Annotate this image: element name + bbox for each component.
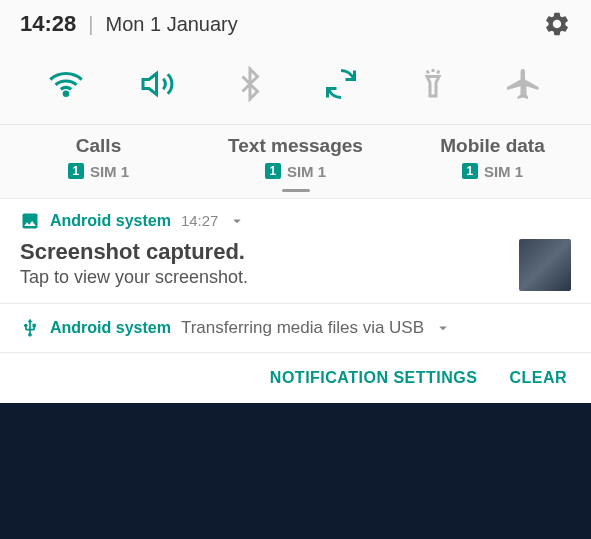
flashlight-toggle[interactable] [411,62,455,106]
svg-point-0 [64,92,68,96]
usb-icon [20,318,40,338]
airplane-toggle[interactable] [503,62,547,106]
sim-name: SIM 1 [287,163,326,180]
sim-data-title: Mobile data [404,135,581,157]
notification-app: Android system [50,319,171,337]
notification-title: Screenshot captured. [20,239,507,265]
chevron-down-icon[interactable] [434,319,452,337]
bluetooth-toggle[interactable] [228,62,272,106]
sim-data[interactable]: Mobile data 1SIM 1 [394,135,591,180]
chevron-down-icon[interactable] [228,212,246,230]
notification-usb[interactable]: Android system Transferring media files … [0,304,591,353]
screenshot-thumbnail[interactable] [519,239,571,291]
sim-calls-title: Calls [10,135,187,157]
date: Mon 1 January [105,13,237,36]
notification-screenshot[interactable]: Android system 14:27 Screenshot captured… [0,199,591,304]
sim-texts-title: Text messages [207,135,384,157]
sim-name: SIM 1 [90,163,129,180]
sound-toggle[interactable] [136,62,180,106]
sim-settings-row: Calls 1SIM 1 Text messages 1SIM 1 Mobile… [0,125,591,199]
sim-calls[interactable]: Calls 1SIM 1 [0,135,197,180]
quick-toggles [0,48,591,125]
notification-desc: Tap to view your screenshot. [20,267,507,288]
sim-texts[interactable]: Text messages 1SIM 1 [197,135,394,180]
notification-time: 14:27 [181,212,219,229]
status-bar: 14:28 | Mon 1 January [0,0,591,48]
sim-name: SIM 1 [484,163,523,180]
wifi-toggle[interactable] [44,62,88,106]
settings-icon[interactable] [543,10,571,38]
sim-badge: 1 [462,163,478,179]
sim-badge: 1 [68,163,84,179]
clear-button[interactable]: CLEAR [509,369,567,387]
notification-summary: Transferring media files via USB [181,318,424,338]
notification-app: Android system [50,212,171,230]
notification-actions: NOTIFICATION SETTINGS CLEAR [0,353,591,403]
notification-settings-button[interactable]: NOTIFICATION SETTINGS [270,369,478,387]
sim-badge: 1 [265,163,281,179]
separator: | [88,13,93,36]
image-icon [20,211,40,231]
drag-handle[interactable] [282,189,310,192]
time: 14:28 [20,11,76,37]
autorotate-toggle[interactable] [319,62,363,106]
